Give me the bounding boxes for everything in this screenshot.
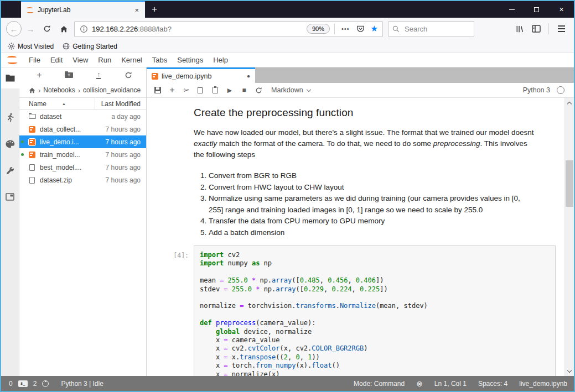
command-mode-label[interactable]: Mode: Command	[354, 380, 405, 388]
sidebar-tab-inspector[interactable]	[1, 157, 19, 184]
back-button[interactable]: ←	[6, 20, 22, 37]
bookmark-star-icon[interactable]: ★	[368, 24, 382, 34]
code-line: x = torch.from_numpy(x).float()	[200, 362, 550, 370]
new-tab-button[interactable]: +	[145, 1, 164, 18]
code-line: x = camera_value	[200, 336, 550, 344]
notebook-tab-title: live_demo.ipynb	[162, 72, 244, 80]
menu-help[interactable]: Help	[208, 56, 233, 64]
file-modified: 7 hours ago	[106, 126, 146, 133]
code-cell[interactable]: [4]: import cv2import numpy as np mean =…	[147, 245, 564, 376]
window-controls: ×	[499, 1, 574, 18]
pocket-icon[interactable]	[353, 25, 368, 33]
sidebar-tab-filebrowser[interactable]	[1, 67, 19, 88]
wrench-icon	[6, 166, 14, 175]
close-button[interactable]: ×	[549, 1, 574, 18]
refresh-icon	[255, 87, 262, 94]
file-row[interactable]: best_model....7 hours ago	[19, 161, 146, 174]
forward-button[interactable]: →	[22, 20, 39, 37]
back-arrow-icon: ←	[10, 25, 18, 33]
paste-icon	[213, 87, 218, 93]
column-header-modified[interactable]: Last Modified	[95, 100, 146, 108]
upload-button[interactable]: ↑	[93, 70, 104, 81]
refresh-files-button[interactable]	[123, 70, 134, 81]
dock-panel: live_demo.ipynb ● + ✂ ▶ ■ Markdown	[147, 67, 574, 376]
menu-file[interactable]: File	[24, 56, 45, 64]
cursor-position-label[interactable]: Ln 1, Col 1	[434, 380, 467, 388]
kernels-count[interactable]: 2	[33, 380, 37, 388]
folder-icon	[28, 114, 37, 119]
browser-tab-jupyterlab[interactable]: JupyterLab ×	[21, 1, 145, 18]
file-row[interactable]: dataseta day ago	[19, 110, 146, 123]
new-launcher-button[interactable]: +	[34, 70, 45, 81]
site-info-icon[interactable]	[80, 25, 88, 33]
vertical-scrollbar[interactable]	[564, 98, 574, 376]
copy-cells-button[interactable]	[194, 83, 208, 97]
file-row[interactable]: data_collect...7 hours ago	[19, 123, 146, 135]
menu-view[interactable]: View	[68, 56, 93, 64]
file-row[interactable]: live_demo.i...7 hours ago	[19, 135, 146, 148]
cell-type-dropdown[interactable]: Markdown	[271, 86, 310, 94]
menu-kernel[interactable]: Kernel	[116, 56, 147, 64]
scroll-down-arrow[interactable]	[565, 367, 574, 375]
page-actions-icon[interactable]: •••	[338, 25, 353, 32]
home-icon[interactable]	[29, 87, 35, 93]
home-button[interactable]	[55, 20, 72, 37]
breadcrumb-collision-avoidance[interactable]: collision_avoidance	[83, 86, 141, 94]
terminals-count[interactable]: 0	[9, 380, 13, 388]
save-button[interactable]	[151, 83, 165, 97]
interrupt-kernel-button[interactable]: ■	[237, 83, 251, 97]
refresh-icon	[125, 71, 132, 79]
sidebar-tab-running[interactable]	[1, 104, 19, 130]
notebook-tab[interactable]: live_demo.ipynb ●	[147, 67, 255, 83]
notifications-icon[interactable]: ⊗	[416, 380, 423, 388]
menu-button[interactable]	[553, 20, 569, 37]
menu-edit[interactable]: Edit	[45, 56, 68, 64]
search-bar[interactable]	[388, 21, 474, 37]
zoom-level-badge[interactable]: 90%	[307, 24, 330, 34]
run-cell-button[interactable]: ▶	[222, 83, 237, 97]
reload-button[interactable]	[39, 20, 55, 37]
unsaved-changes-icon[interactable]: ●	[247, 73, 250, 79]
menu-run[interactable]: Run	[93, 56, 116, 64]
running-man-icon	[6, 113, 14, 122]
code-line: x = cv2.cvtColor(x, cv2.COLOR_BGR2RGB)	[200, 344, 550, 353]
add-cell-button[interactable]: +	[165, 83, 179, 97]
tab-close-icon[interactable]: ×	[133, 6, 140, 14]
breadcrumb-notebooks[interactable]: Notebooks	[43, 86, 75, 94]
sidebars-button[interactable]	[528, 20, 545, 37]
scroll-up-arrow[interactable]	[565, 98, 574, 107]
new-folder-button[interactable]: +	[64, 70, 75, 81]
paste-cells-button[interactable]	[208, 83, 222, 97]
library-button[interactable]	[511, 20, 528, 37]
column-header-name[interactable]: Name▲	[19, 98, 95, 109]
notebook-toolbar: + ✂ ▶ ■ Markdown Python 3	[147, 83, 574, 98]
menu-tabs[interactable]: Tabs	[147, 56, 172, 64]
sidebar-tab-commands[interactable]	[1, 130, 19, 157]
search-input[interactable]	[403, 24, 459, 34]
kernel-status-label[interactable]: Python 3 | Idle	[61, 380, 103, 388]
url-bar[interactable]: 192.168.2.226:8888/lab? 90% ••• ★	[74, 21, 383, 37]
maximize-icon	[534, 7, 539, 12]
sidebar-tab-open-tabs[interactable]	[1, 184, 19, 210]
kernel-name-label[interactable]: Python 3	[523, 86, 550, 94]
terminal-icon: $_	[18, 380, 28, 387]
scrollbar-thumb[interactable]	[566, 160, 573, 207]
bookmark-getting-started[interactable]: Getting Started	[63, 43, 117, 50]
bookmark-most-visited[interactable]: Most Visited	[8, 43, 54, 50]
maximize-button[interactable]	[524, 1, 549, 18]
file-row[interactable]: train_model...7 hours ago	[19, 148, 146, 161]
forward-arrow-icon: →	[27, 25, 35, 33]
notebook-icon	[28, 139, 37, 145]
minimize-icon	[509, 9, 515, 10]
code-editor[interactable]: import cv2import numpy as np mean = 255.…	[194, 245, 556, 376]
file-row[interactable]: dataset.zip7 hours ago	[19, 174, 146, 186]
menu-settings[interactable]: Settings	[172, 56, 208, 64]
tabs-icon	[6, 193, 14, 201]
minimize-button[interactable]	[499, 1, 524, 18]
file-modified: a day ago	[111, 113, 146, 121]
restart-kernel-button[interactable]	[251, 83, 266, 97]
markdown-cell[interactable]: Create the preprocessing function We hav…	[147, 102, 564, 238]
kernel-status-icon[interactable]	[557, 86, 564, 94]
spaces-label[interactable]: Spaces: 4	[478, 380, 507, 388]
cut-cells-button[interactable]: ✂	[179, 83, 194, 97]
